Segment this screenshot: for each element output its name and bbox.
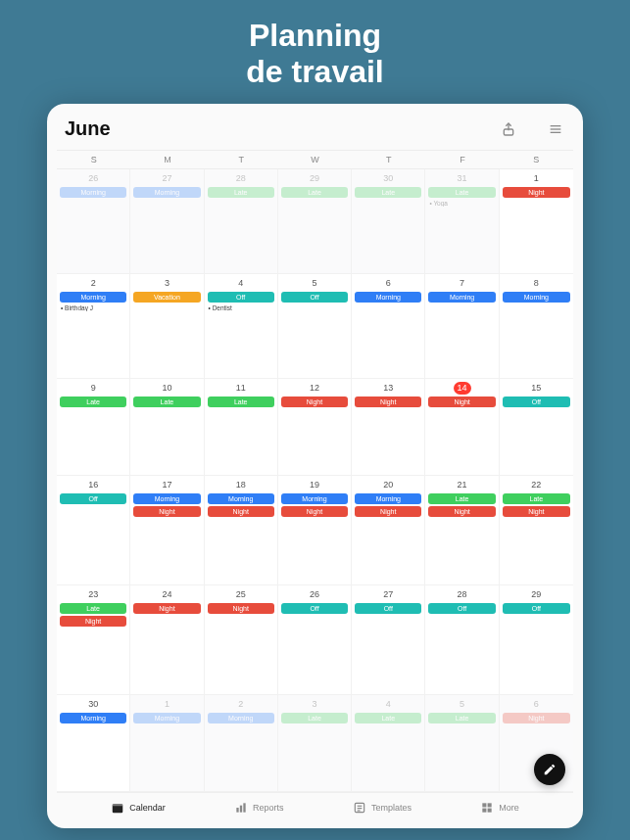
day-number: 6	[381, 277, 395, 290]
tab-label: More	[499, 803, 519, 813]
shift-pill: Off	[60, 493, 126, 504]
svg-rect-6	[236, 808, 238, 813]
shift-pill: Morning	[503, 292, 570, 303]
day-cell[interactable]: 4Off• Dentist	[205, 274, 278, 379]
svg-rect-7	[240, 806, 242, 813]
day-cell[interactable]: 31Late• Yoga	[425, 169, 499, 274]
tab-calendar[interactable]: Calendar	[111, 801, 166, 815]
day-cell[interactable]: 16Off	[57, 476, 130, 585]
shift-pill: Night	[355, 397, 421, 407]
day-cell[interactable]: 23LateNight	[57, 585, 130, 695]
shift-pill: Morning	[208, 493, 274, 504]
day-number: 11	[234, 382, 248, 395]
event-note: • Birthday J	[60, 304, 126, 311]
shift-pill: Night	[133, 603, 200, 614]
tab-templates[interactable]: Templates	[353, 801, 412, 815]
day-number: 27	[381, 588, 395, 601]
edit-fab[interactable]	[534, 754, 565, 785]
calendar-icon	[111, 801, 124, 815]
day-number: 21	[456, 479, 469, 491]
weekday-header: SMTWTFS	[57, 150, 573, 169]
day-number: 13	[381, 382, 395, 395]
svg-rect-8	[243, 803, 245, 812]
day-cell[interactable]: 27Morning	[130, 169, 204, 274]
shift-pill: Morning	[355, 493, 421, 504]
share-icon[interactable]	[499, 119, 518, 139]
day-cell[interactable]: 20MorningNight	[352, 476, 425, 585]
svg-rect-15	[483, 809, 487, 813]
shift-pill: Night	[281, 506, 348, 517]
day-cell[interactable]: 19MorningNight	[278, 476, 352, 585]
shift-pill: Late	[428, 493, 495, 504]
day-number: 28	[234, 172, 248, 185]
shift-pill: Morning	[60, 292, 126, 303]
day-cell[interactable]: 21LateNight	[425, 476, 499, 585]
day-number: 20	[381, 479, 395, 491]
day-cell[interactable]: 12Night	[278, 379, 352, 476]
event-note: • Yoga	[428, 200, 495, 207]
shift-pill: Night	[60, 616, 126, 627]
day-cell[interactable]: 30Late	[352, 169, 425, 274]
shift-pill: Off	[503, 603, 570, 614]
shift-pill: Late	[428, 713, 495, 723]
day-cell[interactable]: 11Late	[205, 379, 278, 476]
day-cell[interactable]: 4Late	[352, 695, 425, 792]
promo-line-2: de travail	[0, 54, 630, 90]
day-cell[interactable]: 26Morning	[57, 169, 130, 274]
day-number: 14	[454, 382, 471, 395]
tab-bar: CalendarReportsTemplatesMore	[57, 792, 573, 817]
tab-more[interactable]: More	[480, 801, 519, 815]
shift-pill: Vacation	[133, 292, 200, 303]
day-cell[interactable]: 7Morning	[425, 274, 499, 379]
day-cell[interactable]: 22LateNight	[500, 476, 573, 585]
reports-icon	[234, 801, 248, 815]
day-cell[interactable]: 24Night	[130, 585, 204, 695]
day-cell[interactable]: 30Morning	[57, 695, 130, 792]
tab-reports[interactable]: Reports	[234, 801, 284, 815]
day-cell[interactable]: 15Off	[500, 379, 573, 476]
shift-pill: Morning	[428, 292, 495, 303]
day-number: 29	[308, 172, 321, 185]
day-cell[interactable]: 18MorningNight	[205, 476, 278, 585]
day-cell[interactable]: 1Morning	[130, 695, 204, 792]
weekday-label: W	[278, 151, 352, 168]
day-cell[interactable]: 5Late	[425, 695, 499, 792]
day-number: 1	[160, 698, 173, 711]
day-number: 26	[308, 588, 321, 601]
day-number: 27	[160, 172, 173, 185]
day-cell[interactable]: 6Morning	[352, 274, 425, 379]
day-cell[interactable]: 28Off	[425, 585, 499, 695]
day-cell[interactable]: 26Off	[278, 585, 352, 695]
tab-label: Templates	[371, 803, 412, 813]
day-cell[interactable]: 29Late	[278, 169, 352, 274]
day-cell[interactable]: 17MorningNight	[130, 476, 204, 585]
day-number: 5	[456, 698, 469, 711]
day-cell[interactable]: 10Late	[130, 379, 204, 476]
day-cell[interactable]: 9Late	[57, 379, 130, 476]
day-cell[interactable]: 3Vacation	[130, 274, 204, 379]
shift-pill: Morning	[208, 713, 274, 723]
shift-pill: Night	[355, 506, 421, 517]
tab-label: Reports	[253, 803, 284, 813]
day-cell[interactable]: 13Night	[352, 379, 425, 476]
day-cell[interactable]: 3Late	[278, 695, 352, 792]
svg-rect-16	[488, 809, 492, 813]
day-cell[interactable]: 25Night	[205, 585, 278, 695]
menu-icon[interactable]	[546, 119, 565, 139]
day-number: 12	[308, 382, 321, 395]
day-cell[interactable]: 1Night	[500, 169, 573, 274]
day-cell[interactable]: 8Morning	[500, 274, 573, 379]
day-cell[interactable]: 29Off	[500, 585, 573, 695]
weekday-label: M	[130, 151, 204, 168]
day-cell[interactable]: 27Off	[352, 585, 425, 695]
day-cell[interactable]: 28Late	[205, 169, 278, 274]
svg-rect-5	[113, 804, 123, 806]
promo-title: Planning de travail	[0, 0, 630, 104]
day-number: 10	[160, 382, 173, 395]
day-cell[interactable]: 14Night	[425, 379, 499, 476]
header-actions	[499, 119, 565, 139]
day-cell[interactable]: 5Off	[278, 274, 352, 379]
day-cell[interactable]: 2Morning• Birthday J	[57, 274, 130, 379]
weekday-label: T	[205, 151, 278, 168]
day-cell[interactable]: 2Morning	[205, 695, 278, 792]
